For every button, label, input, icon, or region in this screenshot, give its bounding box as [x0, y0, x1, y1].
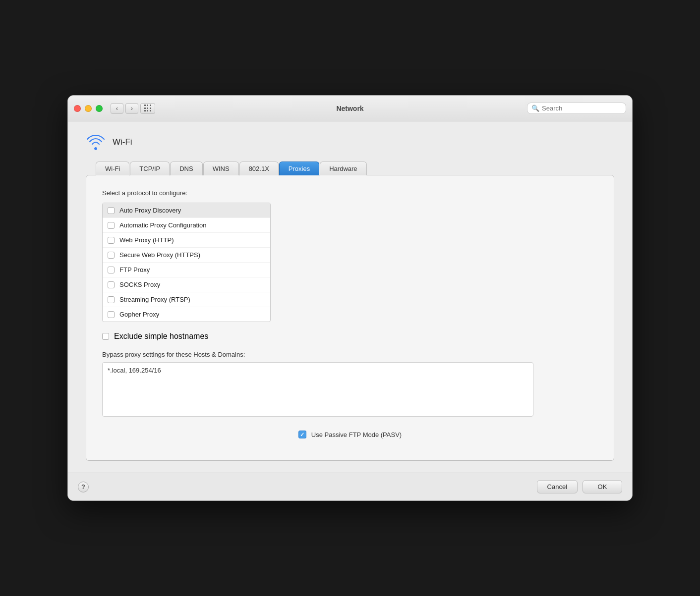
wifi-header: Wi-Fi	[86, 133, 614, 151]
bypass-label: Bypass proxy settings for these Hosts & …	[102, 351, 598, 358]
tabs-bar: Wi-Fi TCP/IP DNS WINS 802.1X Proxies Har…	[96, 161, 614, 175]
protocol-label-streaming-proxy-rtsp: Streaming Proxy (RTSP)	[119, 296, 190, 303]
exclude-row: Exclude simple hostnames	[102, 332, 598, 341]
protocol-item-ftp-proxy[interactable]: FTP Proxy	[103, 263, 270, 277]
protocol-label-web-proxy-http: Web Proxy (HTTP)	[119, 236, 174, 244]
checkbox-web-proxy-http[interactable]	[108, 237, 115, 244]
nav-buttons: ‹ ›	[111, 103, 138, 114]
bottom-bar: ? Cancel OK	[68, 473, 632, 500]
protocol-label-gopher-proxy: Gopher Proxy	[119, 311, 159, 318]
checkbox-gopher-proxy[interactable]	[108, 311, 115, 318]
protocol-label-ftp-proxy: FTP Proxy	[119, 266, 150, 273]
help-button[interactable]: ?	[78, 482, 89, 492]
checkbox-auto-proxy-discovery[interactable]	[108, 207, 115, 214]
exclude-label: Exclude simple hostnames	[114, 332, 208, 341]
main-panel: Select a protocol to configure: Auto Pro…	[86, 175, 614, 461]
protocol-item-socks-proxy[interactable]: SOCKS Proxy	[103, 277, 270, 292]
wifi-icon	[86, 133, 106, 151]
tab-dns[interactable]: DNS	[170, 162, 202, 175]
search-input[interactable]	[542, 105, 622, 112]
tab-tcpip[interactable]: TCP/IP	[130, 162, 170, 175]
protocol-item-gopher-proxy[interactable]: Gopher Proxy	[103, 307, 270, 322]
tab-8021x[interactable]: 802.1X	[239, 162, 279, 175]
back-button[interactable]: ‹	[111, 103, 123, 114]
minimize-button[interactable]	[85, 105, 92, 112]
tab-wifi[interactable]: Wi-Fi	[96, 162, 129, 175]
ok-button[interactable]: OK	[583, 480, 622, 493]
passive-ftp-row: ✓ Use Passive FTP Mode (PASV)	[102, 431, 598, 438]
titlebar: ‹ › Network 🔍	[68, 96, 632, 121]
protocol-label-auto-proxy-discovery: Auto Proxy Discovery	[119, 207, 181, 214]
checkbox-socks-proxy[interactable]	[108, 281, 115, 288]
checkbox-streaming-proxy-rtsp[interactable]	[108, 296, 115, 303]
traffic-lights	[74, 105, 103, 112]
checkbox-automatic-proxy-config[interactable]	[108, 222, 115, 229]
protocol-item-streaming-proxy-rtsp[interactable]: Streaming Proxy (RTSP)	[103, 292, 270, 307]
protocol-list: Auto Proxy Discovery Automatic Proxy Con…	[102, 203, 271, 322]
checkbox-ftp-proxy[interactable]	[108, 267, 115, 273]
bottom-actions: Cancel OK	[537, 480, 622, 493]
protocol-label-secure-web-proxy-https: Secure Web Proxy (HTTPS)	[119, 251, 200, 259]
section-label: Select a protocol to configure:	[102, 189, 598, 197]
grid-icon	[144, 105, 152, 112]
tab-wins[interactable]: WINS	[203, 162, 239, 175]
forward-button[interactable]: ›	[125, 103, 138, 114]
passive-ftp-label: Use Passive FTP Mode (PASV)	[311, 431, 402, 438]
tab-hardware[interactable]: Hardware	[320, 162, 366, 175]
checkbox-exclude-hostnames[interactable]	[102, 333, 109, 340]
window: ‹ › Network 🔍	[67, 95, 633, 501]
wifi-icon-container	[86, 133, 106, 151]
protocol-label-automatic-proxy-config: Automatic Proxy Configuration	[119, 221, 207, 229]
search-box[interactable]: 🔍	[527, 103, 626, 114]
tab-proxies[interactable]: Proxies	[279, 162, 319, 175]
protocol-item-auto-proxy-discovery[interactable]: Auto Proxy Discovery	[103, 203, 270, 218]
protocol-item-secure-web-proxy-https[interactable]: Secure Web Proxy (HTTPS)	[103, 248, 270, 263]
grid-button[interactable]	[140, 103, 155, 114]
window-title: Network	[336, 105, 363, 112]
protocol-item-web-proxy-http[interactable]: Web Proxy (HTTP)	[103, 233, 270, 248]
protocol-label-socks-proxy: SOCKS Proxy	[119, 281, 160, 288]
checkbox-secure-web-proxy-https[interactable]	[108, 252, 115, 259]
search-icon: 🔍	[531, 105, 539, 112]
checkbox-passive-ftp[interactable]: ✓	[298, 431, 306, 438]
cancel-button[interactable]: Cancel	[537, 480, 578, 493]
close-button[interactable]	[74, 105, 81, 112]
maximize-button[interactable]	[96, 105, 103, 112]
wifi-label: Wi-Fi	[113, 137, 132, 147]
protocol-item-automatic-proxy-config[interactable]: Automatic Proxy Configuration	[103, 218, 270, 233]
content-area: Wi-Fi Wi-Fi TCP/IP DNS WINS 802.1X Proxi…	[68, 121, 632, 473]
bypass-textarea[interactable]	[102, 362, 533, 417]
